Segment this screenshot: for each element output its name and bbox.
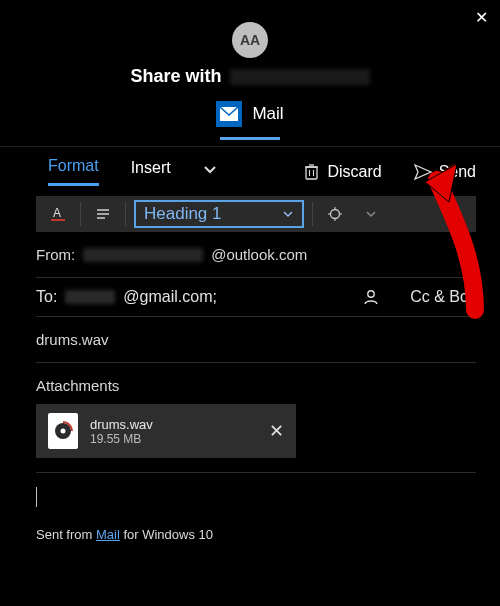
app-selector[interactable]: Mail bbox=[0, 101, 500, 127]
remove-attachment-icon[interactable]: ✕ bbox=[269, 420, 284, 442]
svg-rect-1 bbox=[306, 167, 317, 179]
svg-point-18 bbox=[61, 429, 66, 434]
tab-insert[interactable]: Insert bbox=[131, 159, 171, 185]
discard-button[interactable]: Discard bbox=[303, 163, 381, 181]
style-options-button[interactable] bbox=[321, 200, 349, 228]
to-domain: @gmail.com; bbox=[123, 288, 217, 306]
chevron-down-icon bbox=[282, 208, 294, 220]
attachment-name: drums.wav bbox=[90, 417, 257, 432]
attachment-chip[interactable]: drums.wav 19.55 MB ✕ bbox=[36, 404, 296, 458]
send-icon bbox=[414, 164, 432, 180]
footer-mail-link[interactable]: Mail bbox=[96, 527, 120, 542]
divider bbox=[312, 202, 313, 226]
redacted-recipient bbox=[230, 69, 370, 85]
footer-prefix: Sent from bbox=[36, 527, 96, 542]
message-body[interactable] bbox=[36, 473, 476, 521]
to-label: To: bbox=[36, 288, 57, 306]
divider bbox=[80, 202, 81, 226]
from-row: From: @outlook.com bbox=[36, 246, 476, 277]
style-dropdown[interactable]: Heading 1 bbox=[134, 200, 304, 228]
attachments-label: Attachments bbox=[36, 363, 476, 404]
discard-label: Discard bbox=[327, 163, 381, 181]
app-name-label: Mail bbox=[252, 104, 283, 124]
mail-icon bbox=[216, 101, 242, 127]
share-with-label: Share with bbox=[130, 66, 221, 87]
subject-field[interactable]: drums.wav bbox=[36, 317, 476, 363]
redacted-from bbox=[83, 248, 203, 262]
share-with-row: Share with bbox=[0, 66, 500, 87]
ribbon-tabs: Format Insert Discard Send bbox=[0, 147, 500, 186]
signature: Sent from Mail for Windows 10 bbox=[36, 521, 476, 542]
close-icon[interactable]: ✕ bbox=[475, 8, 488, 27]
text-cursor bbox=[36, 487, 37, 507]
svg-point-16 bbox=[368, 291, 374, 297]
chevron-down-icon[interactable] bbox=[203, 163, 217, 181]
style-selected-label: Heading 1 bbox=[144, 204, 222, 224]
divider bbox=[125, 202, 126, 226]
send-button[interactable]: Send bbox=[414, 163, 476, 181]
cc-bcc-button[interactable]: Cc & Bcc bbox=[410, 288, 476, 306]
attachment-size: 19.55 MB bbox=[90, 432, 257, 446]
svg-rect-7 bbox=[51, 219, 65, 221]
person-icon[interactable] bbox=[362, 288, 380, 306]
redacted-to bbox=[65, 290, 115, 304]
trash-icon bbox=[303, 163, 320, 180]
app-underline bbox=[220, 137, 280, 140]
chevron-down-icon[interactable] bbox=[357, 200, 385, 228]
svg-point-11 bbox=[331, 210, 340, 219]
send-label: Send bbox=[439, 163, 476, 181]
from-label: From: bbox=[36, 246, 75, 263]
from-domain: @outlook.com bbox=[211, 246, 307, 263]
file-icon bbox=[48, 413, 78, 449]
footer-suffix: for Windows 10 bbox=[120, 527, 213, 542]
svg-text:A: A bbox=[53, 206, 61, 220]
font-color-button[interactable]: A bbox=[44, 200, 72, 228]
format-toolbar: A Heading 1 bbox=[36, 196, 476, 232]
paragraph-button[interactable] bbox=[89, 200, 117, 228]
tab-format[interactable]: Format bbox=[48, 157, 99, 186]
to-row[interactable]: To: @gmail.com; Cc & Bcc bbox=[36, 277, 476, 317]
avatar: AA bbox=[232, 22, 268, 58]
